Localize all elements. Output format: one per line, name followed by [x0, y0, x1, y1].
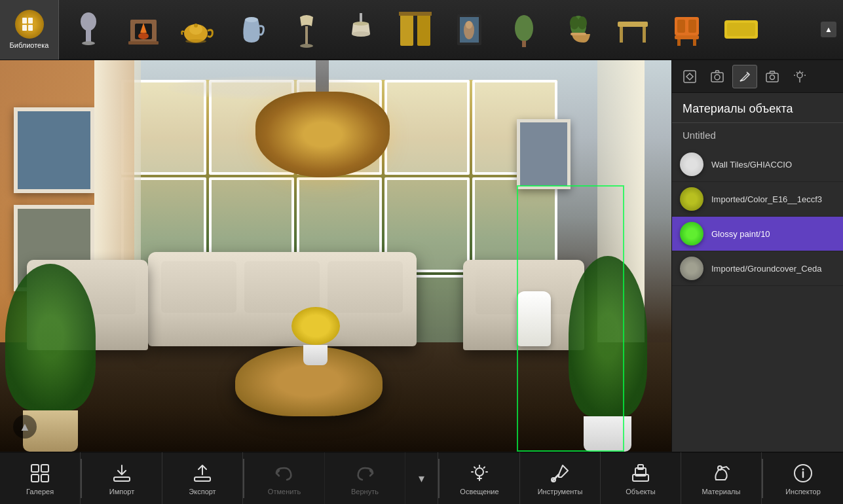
asset-item-8[interactable]	[499, 4, 548, 55]
nav-back-button[interactable]: ▲	[13, 415, 37, 439]
panel-tool-object[interactable]	[677, 65, 702, 88]
materials-icon	[709, 461, 733, 485]
svg-rect-43	[693, 39, 696, 46]
asset-item-5[interactable]	[336, 4, 385, 55]
plant-foliage-left	[5, 264, 96, 410]
panel-tool-light[interactable]	[787, 65, 812, 88]
asset-item-2[interactable]	[173, 4, 222, 55]
gallery-icon	[28, 461, 52, 485]
asset-item-1[interactable]	[119, 4, 168, 55]
svg-point-65	[802, 469, 804, 471]
asset-item-7[interactable]	[445, 4, 494, 55]
export-label: Экспорт	[189, 488, 215, 495]
asset-icon-9	[560, 12, 596, 48]
svg-rect-42	[677, 39, 681, 46]
panel-tool-edit[interactable]	[732, 65, 757, 88]
lighting-label: Освещение	[460, 488, 498, 495]
export-icon	[191, 461, 214, 485]
asset-icon-0	[71, 12, 107, 48]
asset-icon-8	[506, 12, 542, 48]
svg-rect-55	[41, 475, 48, 482]
tool-lighting[interactable]: Освещение	[440, 452, 520, 504]
asset-item-11[interactable]	[662, 4, 711, 55]
tool-instruments[interactable]: Инструменты	[520, 452, 601, 504]
svg-rect-34	[571, 33, 586, 35]
objects-icon	[629, 461, 652, 485]
asset-item-10[interactable]	[608, 4, 657, 55]
asset-icon-5	[343, 12, 379, 48]
tool-import[interactable]: Импорт	[82, 452, 162, 504]
asset-item-3[interactable]	[227, 4, 276, 55]
wall-artwork-right	[517, 119, 571, 190]
undo-icon	[272, 461, 296, 485]
asset-icon-1	[125, 12, 161, 48]
svg-point-16	[245, 17, 258, 22]
material-list: Wall Tiles/GHIACCIO Imported/Color_E16__…	[672, 145, 843, 452]
library-button[interactable]: Библиотека	[0, 0, 59, 60]
swatch-imported-color	[680, 187, 703, 211]
material-item-wall-tiles[interactable]: Wall Tiles/GHIACCIO	[672, 147, 843, 182]
svg-rect-17	[305, 26, 308, 45]
svg-rect-37	[643, 27, 646, 43]
svg-point-48	[715, 75, 720, 80]
redo-icon	[353, 461, 377, 485]
material-name-wall-tiles: Wall Tiles/GHIACCIO	[711, 160, 835, 170]
tool-redo[interactable]: Вернуть	[325, 452, 405, 504]
tool-materials[interactable]: Материалы	[681, 452, 762, 504]
scroll-up-button[interactable]: ▲	[821, 22, 836, 37]
material-item-groundcover[interactable]: Imported/Groundcover_Ceda	[672, 251, 843, 286]
viewport[interactable]: ▲	[0, 60, 671, 452]
material-item-glossy-paint[interactable]: Glossy paint/10	[672, 217, 843, 251]
svg-rect-30	[522, 41, 526, 47]
svg-point-51	[797, 73, 802, 78]
sofa	[148, 252, 417, 346]
asset-item-4[interactable]	[282, 4, 331, 55]
svg-rect-39	[677, 20, 685, 33]
asset-item-0[interactable]	[64, 4, 113, 55]
svg-rect-0	[22, 18, 27, 24]
room-scene: ▲	[0, 60, 671, 452]
svg-rect-35	[618, 22, 648, 27]
svg-point-18	[300, 44, 313, 48]
top-asset-bar: Библиотека	[0, 0, 843, 60]
vase-with-flowers	[289, 307, 343, 366]
asset-icon-11	[669, 12, 705, 48]
sofa-cushion-3	[328, 261, 403, 313]
tool-gallery[interactable]: Галерея	[0, 452, 81, 504]
tool-undo[interactable]: Отменить	[244, 452, 325, 504]
tool-inspector[interactable]: Инспектор	[763, 452, 843, 504]
panel-title: Материалы объекта	[672, 93, 843, 123]
svg-point-32	[570, 16, 579, 29]
asset-item-6[interactable]	[390, 4, 440, 55]
asset-icon-4	[288, 12, 324, 48]
svg-rect-2	[22, 25, 27, 31]
asset-item-9[interactable]	[553, 4, 603, 55]
material-name-glossy-paint: Glossy paint/10	[711, 229, 835, 239]
svg-point-21	[353, 22, 369, 26]
wall-artwork-1	[14, 107, 94, 194]
asset-item-12[interactable]	[717, 4, 766, 55]
tool-objects[interactable]: Объекты	[601, 452, 681, 504]
untitled-label: Untitled	[672, 123, 843, 145]
svg-rect-24	[399, 12, 432, 16]
import-icon	[110, 461, 134, 485]
lighting-icon	[468, 461, 491, 485]
tool-more[interactable]: ▾	[405, 452, 438, 504]
asset-icon-3	[234, 12, 270, 48]
tool-export[interactable]: Экспорт	[162, 452, 243, 504]
panel-tool-snapshot[interactable]	[705, 65, 730, 88]
svg-rect-41	[675, 35, 699, 39]
undo-label: Отменить	[268, 488, 301, 495]
asset-icon-10	[614, 12, 650, 48]
svg-point-58	[476, 468, 483, 476]
svg-rect-46	[684, 71, 696, 82]
panel-tool-camera[interactable]	[760, 65, 785, 88]
sofa-cushion-2	[244, 261, 320, 313]
bottom-toolbar: Галерея Импорт Экспорт О	[0, 452, 843, 504]
svg-rect-22	[400, 13, 413, 46]
svg-point-29	[515, 15, 533, 41]
material-item-imported-color[interactable]: Imported/Color_E16__1eccf3	[672, 182, 843, 217]
asset-icon-2	[179, 12, 215, 48]
instruments-icon	[548, 461, 572, 485]
svg-point-28	[466, 21, 472, 29]
